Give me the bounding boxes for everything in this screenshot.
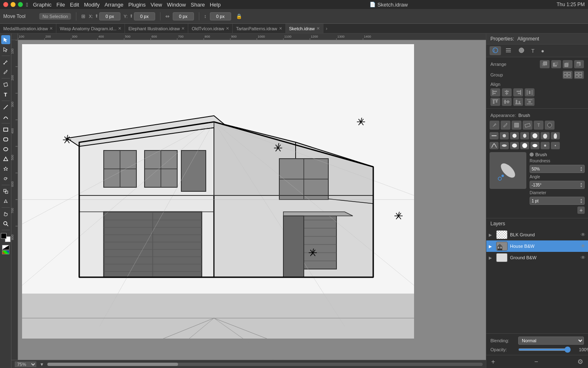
- appearance-pen-btn[interactable]: [490, 121, 499, 130]
- arrange-backward-btn[interactable]: [563, 60, 572, 68]
- foreground-color-swatch[interactable]: [1, 233, 7, 239]
- angle-down-arrow[interactable]: ▼: [580, 185, 583, 188]
- brush-preset-teardrop[interactable]: [541, 132, 550, 139]
- brush-tool[interactable]: [1, 67, 10, 76]
- menu-graphic[interactable]: Graphic: [33, 2, 52, 8]
- close-button[interactable]: [3, 2, 8, 7]
- menu-view[interactable]: View: [151, 2, 162, 8]
- tab-medalillustration[interactable]: MedalIllustration.idraw ✕: [0, 24, 56, 34]
- pen-tool[interactable]: [1, 58, 10, 67]
- paint-bucket-tool[interactable]: [1, 80, 10, 89]
- appearance-eraser-btn[interactable]: [523, 121, 532, 130]
- polygon-tool[interactable]: [1, 155, 10, 164]
- menu-arrange[interactable]: Arrange: [105, 2, 123, 8]
- spiral-tool[interactable]: [1, 174, 10, 183]
- ungroup-btn[interactable]: [574, 71, 584, 79]
- brush-preset-small-dot[interactable]: [551, 142, 560, 149]
- horizontal-scrollbar[interactable]: [47, 363, 483, 366]
- opacity-slider[interactable]: [518, 348, 571, 351]
- menu-apple[interactable]: : [26, 2, 28, 8]
- layer-eye-blk[interactable]: 👁: [581, 232, 586, 238]
- align-center-h-btn[interactable]: [502, 88, 512, 96]
- tab-oldtv[interactable]: OldTvIcon.idraw ✕: [188, 24, 232, 34]
- maximize-button[interactable]: [18, 2, 23, 7]
- brush-preset-large-circle[interactable]: [530, 132, 539, 139]
- roundness-down-arrow[interactable]: ▼: [580, 169, 583, 172]
- star-tool[interactable]: [1, 164, 10, 173]
- rounded-rect-tool[interactable]: [1, 135, 10, 144]
- align-right-btn[interactable]: [513, 88, 523, 96]
- align-distribute-h-btn[interactable]: [525, 88, 535, 96]
- menu-file[interactable]: File: [56, 2, 65, 8]
- tab-close-medal[interactable]: ✕: [49, 26, 53, 31]
- reset-colors-btn[interactable]: [2, 245, 9, 250]
- tab-wasp[interactable]: Wasp Anatomy Diagram.id... ✕: [56, 24, 125, 34]
- roundness-up-arrow[interactable]: ▲: [580, 166, 583, 169]
- add-layer-btn[interactable]: +: [490, 357, 497, 366]
- shape-builder-tool[interactable]: [1, 187, 10, 196]
- brush-preset-outlined[interactable]: [490, 142, 499, 149]
- menu-share[interactable]: Share: [191, 2, 205, 8]
- minimize-button[interactable]: [11, 2, 16, 7]
- panel-tab-text[interactable]: T: [529, 47, 537, 55]
- layer-house-bw[interactable]: ▶ House B&W 👁: [486, 240, 588, 252]
- arrange-back-btn[interactable]: [574, 60, 584, 68]
- group-btn[interactable]: [563, 71, 572, 79]
- brush-preset-pointed[interactable]: [551, 132, 560, 139]
- menu-plugins[interactable]: Plugins: [128, 2, 146, 8]
- brush-preset-white-circle[interactable]: [520, 142, 529, 149]
- tab-close-oldtv[interactable]: ✕: [226, 26, 229, 31]
- layer-eye-ground[interactable]: 👁: [581, 255, 586, 260]
- height-input[interactable]: [210, 12, 231, 20]
- menu-help[interactable]: Help: [210, 2, 221, 8]
- appearance-shadow-btn[interactable]: [545, 121, 555, 130]
- panel-tab-pen[interactable]: i: [490, 46, 501, 55]
- tabs-overflow-btn[interactable]: ›: [323, 26, 330, 31]
- menu-edit[interactable]: Edit: [70, 2, 79, 8]
- arc-tool[interactable]: [1, 112, 10, 121]
- scrollbar-thumb[interactable]: [47, 363, 178, 366]
- brush-add-btn[interactable]: +: [577, 206, 585, 214]
- select-tool[interactable]: [1, 35, 10, 44]
- text-tool[interactable]: T: [1, 90, 10, 99]
- canvas-viewport[interactable]: [18, 40, 486, 360]
- diameter-down-arrow[interactable]: ▼: [580, 201, 583, 204]
- blending-mode-select[interactable]: Normal Multiply Screen Overlay Darken Li…: [518, 337, 584, 345]
- arrange-forward-btn[interactable]: [551, 60, 561, 68]
- align-left-btn[interactable]: [490, 88, 500, 96]
- brush-preset-white-oval[interactable]: [530, 142, 539, 149]
- panel-tab-fill[interactable]: [516, 46, 527, 55]
- zoom-tool[interactable]: [1, 219, 10, 228]
- hand-tool[interactable]: [1, 209, 10, 218]
- menu-modify[interactable]: Modify: [84, 2, 100, 8]
- tab-close-sketch[interactable]: ✕: [316, 26, 320, 31]
- align-bottom-btn[interactable]: [513, 98, 523, 106]
- subselect-tool[interactable]: [1, 45, 10, 54]
- brush-preset-thin[interactable]: [500, 142, 509, 149]
- panel-tab-other[interactable]: ●: [539, 47, 547, 55]
- delete-layer-btn[interactable]: −: [533, 357, 540, 366]
- brush-preset-round[interactable]: [500, 132, 509, 139]
- y-input[interactable]: [134, 12, 155, 20]
- knife-tool[interactable]: [1, 197, 10, 206]
- align-middle-v-btn[interactable]: [502, 98, 512, 106]
- diameter-input-box[interactable]: 1 pt ▲ ▼: [530, 197, 585, 205]
- ellipse-tool[interactable]: [1, 145, 10, 154]
- layer-settings-btn[interactable]: ⚙: [576, 357, 585, 366]
- layer-ground-bw[interactable]: ▶ Ground B&W 👁: [486, 252, 588, 263]
- angle-input-box[interactable]: -135° ▲ ▼: [530, 181, 585, 189]
- align-distribute-v-btn[interactable]: [525, 98, 535, 106]
- panel-tab-align[interactable]: [503, 46, 514, 55]
- align-top-btn[interactable]: [490, 98, 500, 106]
- tab-elephant[interactable]: Elephant Illustration.idraw ✕: [125, 24, 188, 34]
- appearance-fill-btn[interactable]: [512, 121, 521, 130]
- brush-preset-circle[interactable]: [510, 132, 519, 139]
- line-tool[interactable]: [1, 103, 10, 112]
- appearance-brush-btn[interactable]: [501, 121, 510, 130]
- menu-window[interactable]: Window: [167, 2, 186, 8]
- brush-preset-medium[interactable]: [510, 142, 519, 149]
- roundness-input-box[interactable]: 50% ▲ ▼: [530, 165, 585, 173]
- appearance-text-btn[interactable]: T: [534, 121, 543, 130]
- tab-close-wasp[interactable]: ✕: [118, 26, 121, 31]
- tab-close-tartan[interactable]: ✕: [279, 26, 282, 31]
